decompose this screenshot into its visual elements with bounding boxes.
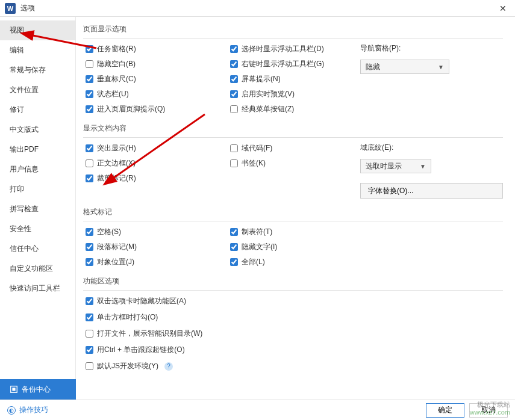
checkbox-label[interactable]: 制表符(T) bbox=[242, 227, 272, 237]
checkbox[interactable] bbox=[230, 75, 238, 83]
checkbox-label[interactable]: 正文边框(X) bbox=[97, 158, 136, 168]
checkbox[interactable] bbox=[86, 174, 93, 182]
sidebar-item-2[interactable]: 常规与保存 bbox=[0, 60, 75, 80]
checkbox-row: 隐藏空白(B) bbox=[83, 58, 216, 70]
checkbox-row: 启用实时预览(V) bbox=[228, 88, 348, 100]
checkbox[interactable] bbox=[86, 90, 93, 98]
nav-pane-value: 隐藏 bbox=[366, 62, 380, 72]
sidebar-item-10[interactable]: 安全性 bbox=[0, 219, 75, 239]
checkbox-label[interactable]: 裁剪标记(R) bbox=[97, 173, 136, 184]
section-page-display: 页面显示选项 任务窗格(R)隐藏空白(B)垂直标尺(C)状态栏(U)进入页眉页脚… bbox=[83, 22, 503, 115]
sidebar-item-0[interactable]: 视图 bbox=[0, 20, 75, 40]
sidebar-item-1[interactable]: 编辑 bbox=[0, 40, 75, 60]
help-icon[interactable]: ? bbox=[164, 362, 173, 371]
checkbox[interactable] bbox=[230, 144, 238, 152]
checkbox-label[interactable]: 选择时显示浮动工具栏(D) bbox=[242, 44, 324, 54]
checkbox-row: 右键时显示浮动工具栏(G) bbox=[228, 58, 348, 70]
checkbox[interactable] bbox=[230, 45, 238, 53]
sidebar-item-7[interactable]: 用户信息 bbox=[0, 159, 75, 179]
section-ribbon-options: 功能区选项 双击选项卡时隐藏功能区(A)单击方框时打勾(O)打开文件，展示智能识… bbox=[83, 274, 503, 372]
checkbox[interactable] bbox=[86, 159, 93, 167]
sidebar-item-6[interactable]: 输出PDF bbox=[0, 140, 75, 159]
checkbox-label[interactable]: 域代码(F) bbox=[242, 143, 272, 153]
checkbox[interactable] bbox=[86, 243, 93, 251]
field-shading-select[interactable]: 选取时显示 ▼ bbox=[360, 159, 431, 173]
checkbox[interactable] bbox=[230, 105, 238, 113]
app-icon: W bbox=[5, 3, 16, 14]
checkbox-label[interactable]: 双击选项卡时隐藏功能区(A) bbox=[97, 296, 186, 306]
sidebar-item-11[interactable]: 信任中心 bbox=[0, 239, 75, 259]
checkbox[interactable] bbox=[86, 313, 93, 321]
checkbox-label[interactable]: 状态栏(U) bbox=[97, 89, 129, 99]
checkbox-label[interactable]: 任务窗格(R) bbox=[97, 44, 136, 54]
checkbox-label[interactable]: 对象位置(J) bbox=[97, 257, 134, 267]
checkbox[interactable] bbox=[86, 75, 93, 83]
checkbox-label[interactable]: 打开文件，展示智能识别目录(W) bbox=[97, 329, 202, 339]
checkbox[interactable] bbox=[86, 258, 93, 266]
checkbox-row: 进入页眉页脚提示(Q) bbox=[83, 103, 216, 115]
cancel-button[interactable]: 取消 bbox=[469, 403, 508, 418]
checkbox[interactable] bbox=[86, 330, 93, 338]
checkbox[interactable] bbox=[230, 90, 238, 98]
nav-pane-label: 导航窗格(P): bbox=[360, 43, 503, 54]
sidebar-item-13[interactable]: 快速访问工具栏 bbox=[0, 279, 75, 298]
checkbox-row: 屏幕提示(N) bbox=[228, 73, 348, 85]
checkbox-label[interactable]: 启用实时预览(V) bbox=[242, 89, 295, 99]
checkbox-row: 选择时显示浮动工具栏(D) bbox=[228, 43, 348, 55]
ok-button[interactable]: 确定 bbox=[426, 403, 464, 418]
checkbox-label[interactable]: 屏幕提示(N) bbox=[242, 74, 281, 84]
checkbox-row: 任务窗格(R) bbox=[83, 43, 216, 55]
checkbox[interactable] bbox=[86, 297, 93, 305]
window-title: 选项 bbox=[20, 3, 496, 13]
sidebar-item-8[interactable]: 打印 bbox=[0, 179, 75, 199]
close-icon[interactable]: ✕ bbox=[496, 1, 510, 16]
checkbox-label[interactable]: 隐藏空白(B) bbox=[97, 59, 136, 69]
checkbox-label[interactable]: 垂直标尺(C) bbox=[97, 74, 136, 84]
checkbox-label[interactable]: 右键时显示浮动工具栏(G) bbox=[242, 59, 324, 69]
checkbox-label[interactable]: 全部(L) bbox=[242, 257, 265, 267]
sidebar-item-12[interactable]: 自定义功能区 bbox=[0, 259, 75, 279]
backup-center-button[interactable]: 备份中心 bbox=[0, 379, 76, 400]
lightbulb-icon: ◐ bbox=[7, 406, 16, 415]
checkbox[interactable] bbox=[230, 228, 238, 236]
checkbox[interactable] bbox=[86, 228, 93, 236]
checkbox[interactable] bbox=[86, 105, 93, 113]
section-title: 页面显示选项 bbox=[83, 22, 503, 39]
nav-pane-select[interactable]: 隐藏 ▼ bbox=[360, 60, 449, 74]
checkbox[interactable] bbox=[230, 159, 238, 167]
section-title: 显示文档内容 bbox=[83, 121, 503, 138]
checkbox-label[interactable]: 用Ctrl + 单击跟踪超链接(O) bbox=[97, 345, 185, 355]
checkbox[interactable] bbox=[230, 243, 238, 251]
checkbox-row: 隐藏文字(I) bbox=[228, 241, 348, 253]
sidebar-item-9[interactable]: 拼写检查 bbox=[0, 199, 75, 219]
checkbox[interactable] bbox=[86, 45, 93, 53]
font-replace-button[interactable]: 字体替换(O)... bbox=[360, 183, 503, 199]
checkbox-label[interactable]: 空格(S) bbox=[97, 227, 121, 237]
checkbox[interactable] bbox=[230, 60, 238, 68]
checkbox-label[interactable]: 突出显示(H) bbox=[97, 143, 136, 153]
sidebar-item-5[interactable]: 中文版式 bbox=[0, 120, 75, 140]
checkbox-label[interactable]: 单击方框时打勾(O) bbox=[97, 312, 158, 323]
checkbox[interactable] bbox=[86, 144, 93, 152]
tips-link[interactable]: ◐ 操作技巧 bbox=[7, 405, 48, 415]
checkbox-row: 打开文件，展示智能识别目录(W) bbox=[83, 328, 503, 339]
checkbox-label[interactable]: 隐藏文字(I) bbox=[242, 242, 277, 252]
section-title: 功能区选项 bbox=[83, 274, 503, 291]
checkbox-row: 单击方框时打勾(O) bbox=[83, 312, 503, 323]
sidebar-item-4[interactable]: 修订 bbox=[0, 100, 75, 120]
checkbox[interactable] bbox=[86, 60, 93, 68]
checkbox-label[interactable]: 进入页眉页脚提示(Q) bbox=[97, 104, 165, 114]
sidebar-item-3[interactable]: 文件位置 bbox=[0, 80, 75, 100]
chevron-down-icon: ▼ bbox=[420, 163, 426, 170]
checkbox-label[interactable]: 经典菜单按钮(Z) bbox=[242, 104, 294, 114]
checkbox-row: 裁剪标记(R) bbox=[83, 173, 216, 184]
checkbox-label[interactable]: 默认JS开发环境(Y) bbox=[97, 361, 158, 371]
checkbox[interactable] bbox=[230, 258, 238, 266]
checkbox-row: 默认JS开发环境(Y)? bbox=[83, 360, 503, 372]
main-area: 视图编辑常规与保存文件位置修订中文版式输出PDF用户信息打印拼写检查安全性信任中… bbox=[0, 17, 515, 383]
checkbox-label[interactable]: 书签(K) bbox=[242, 158, 266, 168]
checkbox-row: 对象位置(J) bbox=[83, 256, 216, 268]
checkbox-label[interactable]: 段落标记(M) bbox=[97, 242, 137, 252]
checkbox[interactable] bbox=[86, 346, 93, 354]
checkbox[interactable] bbox=[86, 362, 93, 370]
